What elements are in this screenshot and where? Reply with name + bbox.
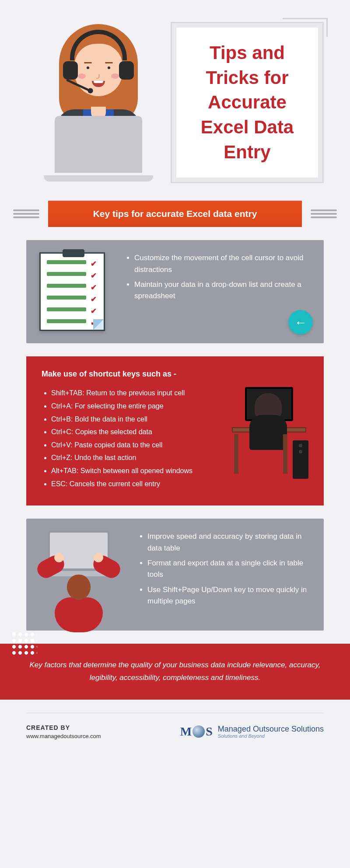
created-by: CREATED BY www.managedoutsource.com [26,724,101,739]
tips-list-2: Improve speed and accuracy by storing da… [138,531,311,618]
clipboard-icon: ✔ ✔ ✔ ✔ ✔ ✔ [39,252,114,331]
person-icon [48,22,149,122]
page-title: Tips and Tricks for Accurate Excel Data … [185,41,309,164]
decoration-stripes-right [311,208,337,220]
tip-item: Use Shift+Page Up/Down key to move quick… [147,584,311,607]
tip-item: Improve speed and accuracy by storing da… [147,531,311,554]
laptop-icon [44,116,153,181]
hero-section: Tips and Tricks for Accurate Excel Data … [26,22,324,183]
quote-text: Key factors that determine the quality o… [30,661,321,682]
section-banner: Key tips for accurate Excel data entry [0,201,350,227]
topdown-laptop-icon [39,531,127,618]
tip-item: Format and export data at a single click… [147,558,311,581]
decoration-stripes-left [13,208,39,220]
shortcut-item: ESC: Cancels the current cell entry [51,478,308,491]
infographic-page: Tips and Tricks for Accurate Excel Data … [0,0,350,753]
quote-block: Key factors that determine the quality o… [0,644,350,700]
created-label: CREATED BY [26,724,101,731]
hero-illustration [26,22,158,179]
created-url[interactable]: www.managedoutsource.com [26,733,101,739]
brand-tagline: Solutions and Beyond [218,733,324,739]
shortcuts-card: Make use of shortcut keys such as - Shif… [26,356,324,505]
desk-worker-icon [230,387,313,479]
brand-name: Managed Outsource Solutions [218,725,324,733]
brand-logo-icon: M S [180,725,213,739]
tip-item: Customize the movement of the cell curso… [134,252,311,275]
title-box: Tips and Tricks for Accurate Excel Data … [171,22,324,183]
footer: CREATED BY www.managedoutsource.com M S … [26,713,324,739]
tips-list-1: Customize the movement of the cell curso… [125,252,311,331]
brand-text: Managed Outsource Solutions Solutions an… [218,725,324,739]
tips-card-2: Improve speed and accuracy by storing da… [26,519,324,631]
tips-card-1: ✔ ✔ ✔ ✔ ✔ ✔ Customize the movement of th… [26,240,324,343]
globe-icon [192,725,205,738]
banner-text: Key tips for accurate Excel data entry [48,201,302,227]
shortcuts-heading: Make use of shortcut keys such as - [42,370,308,379]
brand-block: M S Managed Outsource Solutions Solution… [180,725,324,739]
tip-item: Maintain your data in a drop-down list a… [134,279,311,302]
